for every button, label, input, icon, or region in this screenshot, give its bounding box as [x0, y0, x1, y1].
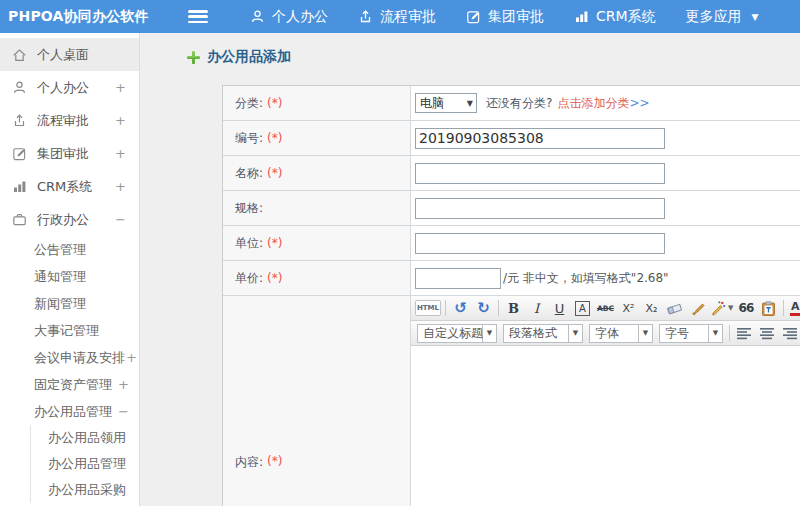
category-select[interactable]: 电脑 ▼ [415, 93, 477, 113]
format-brush-button[interactable] [687, 298, 708, 318]
form-row-code: 编号: (*) [223, 121, 800, 156]
sidebar-item-crm[interactable]: CRM系统 + [0, 170, 139, 203]
sidebar-item-workflow-approval[interactable]: 流程审批 + [0, 104, 139, 137]
brush-icon [690, 300, 706, 316]
add-category-link-arrows[interactable]: >> [629, 96, 649, 110]
page-title: 办公用品添加 [207, 48, 291, 66]
form-row-content: 内容: (*) HTML ↺ ↻ B I U A [223, 296, 800, 506]
select-arrow-icon: ▼ [467, 99, 473, 108]
sidebar-item-fixed-assets-mgmt[interactable]: 固定资产管理 + [0, 371, 139, 398]
sidebar-item-admin-office[interactable]: 行政办公 − [0, 203, 139, 236]
nav-crm[interactable]: CRM系统 [574, 8, 656, 26]
unit-input[interactable] [415, 233, 665, 254]
sidebar-item-personal-desktop[interactable]: 个人桌面 [0, 38, 139, 71]
nav-group-approval[interactable]: 集团审批 [466, 8, 544, 26]
sidebar-item-notice-mgmt[interactable]: 通知管理 [0, 263, 139, 290]
edit-icon [12, 146, 28, 161]
form-row-name: 名称: (*) [223, 156, 800, 191]
eraser-icon [666, 300, 684, 316]
app-header: PHPOA协同办公软件 个人办公 流程审批 集团审批 CRM系统 [0, 0, 800, 33]
underline-button[interactable]: U [549, 298, 570, 318]
sidebar-item-personal-office[interactable]: 个人办公 + [0, 71, 139, 104]
name-input[interactable] [415, 163, 665, 184]
paste-text-button[interactable] [758, 298, 779, 318]
spec-input[interactable] [415, 198, 665, 219]
required-mark: (*) [267, 166, 282, 180]
form-row-unit: 单位: (*) [223, 226, 800, 261]
sidebar-item-news-mgmt[interactable]: 新闻管理 [0, 290, 139, 317]
nav-more-apps[interactable]: 更多应用 ▼ [686, 8, 759, 26]
combo-arrow-icon[interactable]: ▼ [483, 324, 497, 343]
main-content: 办公用品添加 分类: (*) 电脑 ▼ 还没有分类? 点击添加分类 >> 编号: [141, 33, 800, 506]
superscript-button[interactable]: X² [618, 298, 639, 318]
price-label: 单价: (*) [223, 261, 411, 295]
font-size-select[interactable]: 字号 ▼ [659, 324, 723, 343]
sidebar-item-supplies-manage[interactable]: 办公用品管理 [31, 451, 139, 477]
toolbar-separator [498, 300, 499, 316]
price-input[interactable] [415, 268, 501, 289]
align-right-icon [783, 327, 798, 340]
code-input[interactable] [415, 128, 665, 149]
hamburger-icon[interactable] [188, 10, 208, 23]
blockquote-button[interactable]: 66 [735, 298, 756, 318]
required-mark: (*) [267, 271, 282, 285]
undo-button[interactable]: ↺ [450, 298, 471, 318]
font-family-select[interactable]: 字体 ▼ [589, 324, 653, 343]
category-note: 还没有分类? [486, 95, 552, 112]
form-row-spec: 规格: [223, 191, 800, 226]
align-center-icon [760, 327, 775, 340]
app-logo: PHPOA协同办公软件 [0, 8, 176, 26]
required-mark: (*) [267, 236, 282, 250]
sidebar-item-group-approval[interactable]: 集团审批 + [0, 137, 139, 170]
unit-label: 单位: (*) [223, 226, 411, 260]
font-color-button[interactable]: A ▼ [788, 298, 800, 318]
strikethrough-button[interactable]: ABC [595, 298, 616, 318]
custom-title-select[interactable]: 自定义标题 ▼ [417, 324, 497, 343]
form-row-price: 单价: (*) /元 非中文，如填写格式"2.68" [223, 261, 800, 296]
redo-button[interactable]: ↻ [473, 298, 494, 318]
nav-personal-office[interactable]: 个人办公 [250, 8, 328, 26]
auto-typeset-button[interactable]: ▼ [710, 298, 733, 318]
rich-text-editor: HTML ↺ ↻ B I U A ABC X² X₂ [411, 296, 800, 506]
source-code-button[interactable]: HTML [415, 300, 441, 316]
editor-toolbar-row1: HTML ↺ ↻ B I U A ABC X² X₂ [411, 296, 800, 321]
editor-content-area[interactable] [411, 346, 800, 506]
sidebar-item-announcement-mgmt[interactable]: 公告管理 [0, 236, 139, 263]
code-label: 编号: (*) [223, 121, 411, 155]
user-icon [12, 80, 28, 95]
align-center-button[interactable] [757, 323, 778, 343]
bar-chart-icon [12, 179, 28, 194]
page-title-row: 办公用品添加 [187, 48, 800, 66]
combo-arrow-icon[interactable]: ▼ [569, 324, 583, 343]
align-right-button[interactable] [780, 323, 800, 343]
home-icon [12, 48, 28, 62]
combo-arrow-icon[interactable]: ▼ [639, 324, 653, 343]
combo-arrow-icon[interactable]: ▼ [709, 324, 723, 343]
bold-button[interactable]: B [503, 298, 524, 318]
subscript-button[interactable]: X₂ [641, 298, 662, 318]
briefcase-icon [12, 212, 28, 227]
add-category-link[interactable]: 点击添加分类 [557, 95, 629, 112]
nav-workflow-approval[interactable]: 流程审批 [358, 8, 436, 26]
sidebar: 个人桌面 个人办公 + 流程审批 + 集团审批 + CRM系统 + 行政办公 − [0, 33, 140, 506]
edit-icon [466, 9, 481, 24]
office-supplies-submenu: 办公用品领用 办公用品管理 办公用品采购 [30, 425, 139, 503]
italic-button[interactable]: I [526, 298, 547, 318]
add-icon [187, 51, 200, 64]
caret-down-icon: ▼ [752, 12, 759, 22]
clipboard-icon [760, 300, 777, 317]
sidebar-item-meeting-request[interactable]: 会议申请及安排 + [0, 344, 139, 371]
spec-label: 规格: [223, 191, 411, 225]
eraser-button[interactable] [664, 298, 685, 318]
add-supplies-form: 分类: (*) 电脑 ▼ 还没有分类? 点击添加分类 >> 编号: (*) [222, 85, 800, 506]
sidebar-item-office-supplies-mgmt[interactable]: 办公用品管理 − [0, 398, 139, 425]
workflow-icon [358, 9, 373, 24]
font-border-button[interactable]: A [575, 301, 590, 316]
user-icon [250, 9, 265, 24]
category-label: 分类: (*) [223, 86, 411, 120]
sidebar-item-supplies-claim[interactable]: 办公用品领用 [31, 425, 139, 451]
sidebar-item-supplies-purchase[interactable]: 办公用品采购 [31, 477, 139, 503]
sidebar-item-memorabilia-mgmt[interactable]: 大事记管理 [0, 317, 139, 344]
paragraph-format-select[interactable]: 段落格式 ▼ [503, 324, 583, 343]
align-left-button[interactable] [734, 323, 755, 343]
